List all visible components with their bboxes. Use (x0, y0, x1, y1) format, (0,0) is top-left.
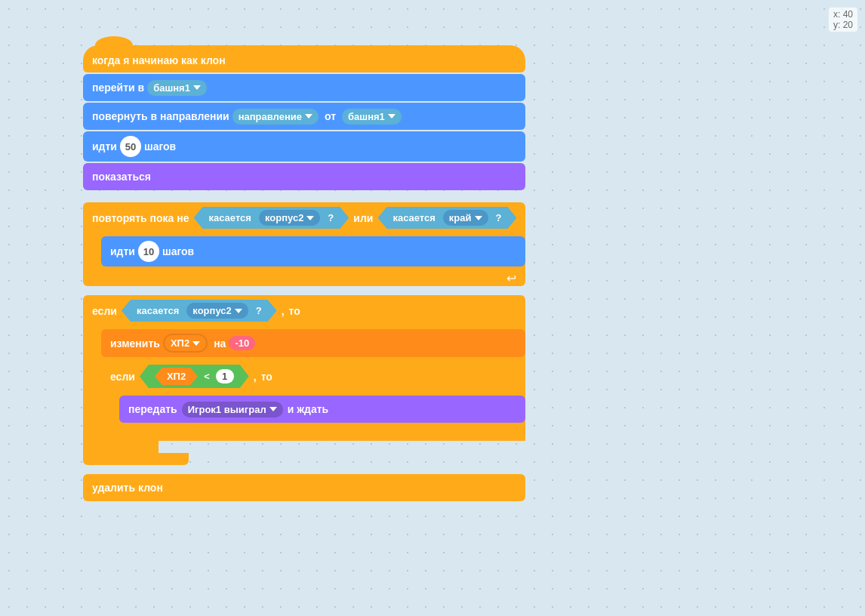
touching1-value: корпус2 (265, 212, 303, 223)
blocks-workspace: когда я начинаю как клон перейти в башня… (83, 45, 525, 501)
move1-steps[interactable]: 50 (120, 136, 141, 157)
less-than-block[interactable]: ХП2 < 1 (140, 365, 249, 388)
if1-bottom (83, 453, 189, 465)
touching2-dropdown[interactable]: край (443, 210, 488, 226)
if2-container: если ХП2 < 1 , то передать (101, 360, 525, 438)
direction-dropdown[interactable]: направление (232, 109, 319, 125)
touching1-block[interactable]: касается корпус2 ? (193, 207, 349, 229)
then2-label: то (261, 371, 272, 383)
or-label: или (353, 212, 373, 224)
repeat-arrow-icon: ↩ (506, 271, 516, 285)
touching2-label: касается (392, 212, 435, 223)
broadcast-block[interactable]: передать Игрок1 выиграл и ждать (119, 396, 525, 423)
touching2-value: край (449, 212, 472, 223)
touching1-dropdown[interactable]: корпус2 (259, 210, 320, 226)
change-var-label: изменить (110, 337, 160, 350)
direction-value: направление (239, 111, 302, 122)
goto-target-value: башня1 (153, 82, 190, 94)
repeat-until-container: повторять пока не касается корпус2 ? или… (83, 202, 525, 286)
if2-label: если (110, 371, 135, 383)
repeat-bottom: ↩ (83, 270, 525, 286)
show-label: показаться (92, 171, 151, 183)
if1-top[interactable]: если касается корпус2 ? , то (83, 295, 525, 326)
less-than-symbol: < (204, 371, 210, 382)
goto-dropdown-arrow (193, 85, 201, 90)
move2-unit: шагов (162, 245, 194, 257)
hat-block[interactable]: когда я начинаю как клон (83, 45, 525, 72)
hat-block-group: когда я начинаю как клон перейти в башня… (83, 45, 525, 190)
turn-toward-label: повернуть в направлении (92, 110, 229, 122)
touching2-q: ? (496, 212, 502, 223)
if1-label: если (92, 305, 117, 317)
broadcast-label: передать (128, 403, 177, 415)
touching3-value: корпус2 (192, 305, 231, 316)
if1-container: если касается корпус2 ? , то изменить ХП… (83, 295, 525, 465)
if1-bottom-inner (83, 441, 159, 453)
move1-unit: шагов (144, 140, 176, 152)
goto-block[interactable]: перейти в башня1 (83, 74, 525, 101)
compare-val[interactable]: 1 (216, 369, 234, 383)
coordinates-display: x: 40 y: 20 (829, 8, 857, 32)
if1-inner: изменить ХП2 на -10 если ХП2 < 1 (83, 326, 525, 441)
show-block[interactable]: показаться (83, 163, 525, 190)
comma-label: , (282, 305, 285, 317)
x-coord: x: 40 (833, 9, 853, 20)
touching3-dropdown[interactable]: корпус2 (186, 303, 248, 319)
touching1-arrow (306, 216, 314, 220)
change-var-dropdown[interactable]: ХП2 (163, 334, 208, 353)
move1-block[interactable]: идти 50 шагов (83, 131, 525, 162)
touching3-block[interactable]: касается корпус2 ? (122, 300, 277, 322)
change-by-label: на (214, 337, 226, 350)
turn-toward-block[interactable]: повернуть в направлении направление от б… (83, 103, 525, 130)
and-wait-label: и ждать (288, 403, 329, 415)
change-var-block[interactable]: изменить ХП2 на -10 (101, 329, 525, 357)
move2-label: идти (110, 245, 135, 257)
change-var-arrow (192, 341, 200, 346)
change-var-name: ХП2 (171, 337, 189, 349)
repeat-label: повторять пока не (92, 212, 189, 224)
touching1-q: ? (328, 212, 334, 223)
change-val[interactable]: -10 (229, 336, 255, 350)
broadcast-msg-value: Игрок1 выиграл (188, 404, 266, 415)
from-label: от (325, 110, 336, 122)
turn-target-dropdown[interactable]: башня1 (342, 109, 402, 125)
var-xp2[interactable]: ХП2 (155, 368, 198, 385)
touching2-block[interactable]: касается край ? (377, 207, 516, 229)
hat-label: когда я начинаю как клон (92, 54, 226, 66)
move2-steps[interactable]: 10 (138, 241, 159, 262)
broadcast-arrow (269, 407, 277, 411)
then1-label: то (289, 305, 300, 317)
turn-target-arrow (388, 114, 396, 119)
move2-block[interactable]: идти 10 шагов (101, 236, 525, 266)
goto-target-dropdown[interactable]: башня1 (147, 80, 207, 96)
repeat-until-top[interactable]: повторять пока не касается корпус2 ? или… (83, 202, 525, 233)
touching3-arrow (235, 309, 242, 313)
turn-target-value: башня1 (348, 111, 385, 122)
if2-top[interactable]: если ХП2 < 1 , то (101, 360, 525, 393)
touching2-arrow (475, 216, 482, 220)
y-coord: y: 20 (833, 20, 853, 30)
repeat-inner: идти 10 шагов (83, 233, 525, 270)
move1-label: идти (92, 140, 117, 152)
direction-arrow (305, 114, 312, 119)
touching3-label: касается (137, 305, 179, 316)
broadcast-msg-dropdown[interactable]: Игрок1 выиграл (182, 402, 283, 417)
delete-clone-label: удалить клон (92, 482, 163, 494)
touching1-label: касается (208, 212, 251, 223)
delete-clone-block[interactable]: удалить клон (83, 474, 525, 501)
if2-inner: передать Игрок1 выиграл и ждать (101, 393, 525, 426)
if2-comma: , (254, 371, 257, 383)
if2-bottom (101, 426, 162, 438)
goto-label: перейти в (92, 82, 144, 94)
touching3-q: ? (256, 305, 262, 316)
